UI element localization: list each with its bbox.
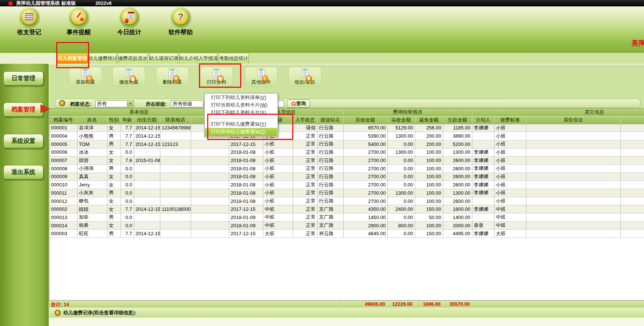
table-row[interactable]: 000001喜洋洋女7.72014-12-15123456789888请假行云路… xyxy=(49,124,644,132)
table-cell: 请假 xyxy=(293,124,317,132)
table-cell: 2018-01-08 xyxy=(229,181,263,189)
table-cell: 150.00 xyxy=(415,205,443,213)
table-cell: 行云路 xyxy=(317,189,343,197)
table-row[interactable]: 000008小强强男0.02018-01-08小班正常行云路2700.000.0… xyxy=(49,164,644,173)
table-cell: 行云路 xyxy=(317,148,343,156)
nav-label: 今日统计 xyxy=(112,29,146,36)
menu-item-Z[interactable]: 打印所有幼儿缴费通知(Z) xyxy=(205,128,277,136)
chevron-down-icon[interactable]: ▼ xyxy=(127,101,133,107)
table-cell: 京广路 xyxy=(317,213,343,222)
table-cell xyxy=(620,173,644,181)
table-cell xyxy=(526,124,620,132)
table-cell: 2018-01-09 xyxy=(229,221,263,230)
toolbar-button-6[interactable]: ¥收款/退款 xyxy=(288,67,321,87)
table-cell: 1300.00 xyxy=(387,132,415,140)
table-cell: 7.7 xyxy=(121,140,134,148)
toolbar-button-4[interactable]: 打印资料 xyxy=(200,67,233,87)
table-row[interactable]: 000004小熊熊男7.72014-12-152017-12-15小班正常行云路… xyxy=(49,132,644,140)
nav-button-1[interactable]: 收支登记 xyxy=(12,7,46,36)
status-filter-dropdown[interactable]: 所有 ▼ xyxy=(95,100,134,107)
table-cell: 女 xyxy=(107,173,121,181)
table-cell: 000004 xyxy=(49,132,77,140)
table-row[interactable]: 000003旺旺男7.72014-12-152017-12-15大班正常祥云路4… xyxy=(49,230,644,238)
tab-2[interactable]: 幼儿缴费统计 xyxy=(89,53,117,64)
table-cell: 小班 xyxy=(494,197,526,205)
toolbar-button-1[interactable]: +添加档案 xyxy=(69,67,102,87)
table-cell: 李娜娜 xyxy=(472,124,494,132)
table-cell xyxy=(134,189,160,197)
table-cell: 0.0 xyxy=(121,148,134,156)
tab-6[interactable]: 考勤信息统计 xyxy=(219,53,249,64)
table-row[interactable]: 000010Jerry女0.02018-01-08小班正常行云路2700.000… xyxy=(49,181,644,189)
column-header[interactable]: 接送站点 xyxy=(317,116,343,124)
table-row[interactable]: 000013加菲男0.02018-01-09中班正常京广路1450.000.00… xyxy=(49,213,644,222)
table-row[interactable]: 000005TOM男7.72014-12-151231232017-12-15小… xyxy=(49,140,644,148)
tab-3[interactable]: 缴费还款流水 xyxy=(118,53,148,64)
tab-4[interactable]: 幼儿请假记录 xyxy=(149,53,178,64)
yen-badge-icon: ¥ xyxy=(306,75,312,82)
alarm-icon-face xyxy=(71,9,86,24)
tab-1[interactable]: 幼儿档案管理 xyxy=(57,53,88,64)
sidebar-item-4[interactable]: 退出系统 xyxy=(3,165,43,179)
column-header[interactable]: 欠款金额 xyxy=(443,116,472,124)
filter-bullet-icon xyxy=(59,100,65,106)
menu-item-Y[interactable]: 打印下列幼儿缴费通知(Y) xyxy=(205,120,277,128)
table-cell xyxy=(160,189,191,197)
table-row[interactable]: 000009真真女0.02018-01-08小班正常行云路2700.000.00… xyxy=(49,173,644,181)
tab-5[interactable]: 幼儿介绍入学情况 xyxy=(179,53,217,64)
table-group-header: 其它信息 xyxy=(472,108,644,116)
table-cell: 2000.00 xyxy=(443,221,472,230)
column-header[interactable] xyxy=(620,116,644,124)
menu-item-W[interactable]: 打印当前幼儿资料卡片(W) xyxy=(205,101,277,109)
toolbar-button-2[interactable]: 修改档案 xyxy=(112,67,145,87)
column-header[interactable]: 联系电话 xyxy=(160,116,191,124)
sidebar-item-3[interactable]: 系统设置 xyxy=(3,134,43,148)
table-cell: 糖包 xyxy=(77,197,107,205)
column-header[interactable]: 性别 xyxy=(107,116,121,124)
table-cell: 小班 xyxy=(263,140,293,148)
window-version: 2022v6 xyxy=(96,0,112,6)
table-cell: 李娜娜 xyxy=(472,164,494,173)
table-row[interactable]: 000011小灰灰男0.02018-01-08小班正常行云路2700.00130… xyxy=(49,189,644,197)
table-cell: 小班 xyxy=(263,156,293,165)
table-cell: 100.00 xyxy=(415,189,443,197)
column-header[interactable]: 减免金额 xyxy=(415,116,443,124)
table-row[interactable]: 000012糖包女0.02018-01-08小班正常行云路2700.000.00… xyxy=(49,197,644,205)
table-cell: 000012 xyxy=(49,197,77,205)
column-header[interactable]: 姓名 xyxy=(77,116,107,124)
table-cell xyxy=(472,197,494,205)
nav-button-3[interactable]: 今日统计 xyxy=(112,7,146,36)
column-header[interactable]: 实收金额 xyxy=(387,116,415,124)
table-cell: 1300.00 xyxy=(387,148,415,156)
table-row[interactable]: 000002妞妞女7.72014-12-15111001380002017-12… xyxy=(49,205,644,213)
search-button[interactable]: 查询 xyxy=(287,99,310,108)
menu-item-V[interactable]: 打印下列幼儿资料清单(V) xyxy=(205,94,277,101)
column-header[interactable]: 应收金额 xyxy=(343,116,387,124)
table-cell: 香香 xyxy=(472,221,494,230)
table-cell: 100.00 xyxy=(415,197,443,205)
column-header[interactable]: 年龄 xyxy=(121,116,134,124)
column-header[interactable]: 收费标准 xyxy=(494,116,526,124)
sidebar-item-1[interactable]: 日常管理 xyxy=(3,71,43,86)
column-header[interactable]: 介绍人 xyxy=(472,116,494,124)
nav-button-2[interactable]: 事件提醒 xyxy=(62,7,96,36)
column-header[interactable]: 出生日期 xyxy=(134,116,160,124)
table-cell: 2014-12-15 xyxy=(134,205,160,213)
toolbar-button-5[interactable]: ↓其他操作 xyxy=(245,67,278,87)
table-cell: 小班 xyxy=(494,164,526,173)
toolbar-button-3[interactable]: ×删除档案 xyxy=(156,67,189,87)
column-header[interactable]: 入学状态 xyxy=(293,116,317,124)
nav-button-4[interactable]: ?软件帮助 xyxy=(164,7,197,36)
column-header[interactable]: 居住住址 xyxy=(526,116,620,124)
table-cell xyxy=(134,197,160,205)
payment-records-bar[interactable]: 幼儿缴费记录(双击查看详细信息): xyxy=(49,307,644,317)
table-cell: 中班 xyxy=(263,205,293,213)
sidebar-item-2[interactable]: 档案管理 xyxy=(3,102,43,117)
payment-records-label: 幼儿缴费记录(双击查看详细信息): xyxy=(63,309,136,316)
table-row[interactable]: 000014韩希女0.02018-01-09中班正常京广路2900.00800.… xyxy=(49,221,644,230)
column-header[interactable]: 档案编号 xyxy=(49,116,77,124)
menu-item-X[interactable]: 打印下列幼儿资料卡片(X) xyxy=(205,109,277,116)
table-row[interactable]: 000006冰冰女0.02018-01-08小班正常行云路2700.001300… xyxy=(49,148,644,156)
table-row[interactable]: 000007甜甜女7.62015-01-082018-01-08小班正常行云路2… xyxy=(49,156,644,165)
table-cell: 男 xyxy=(107,164,121,173)
